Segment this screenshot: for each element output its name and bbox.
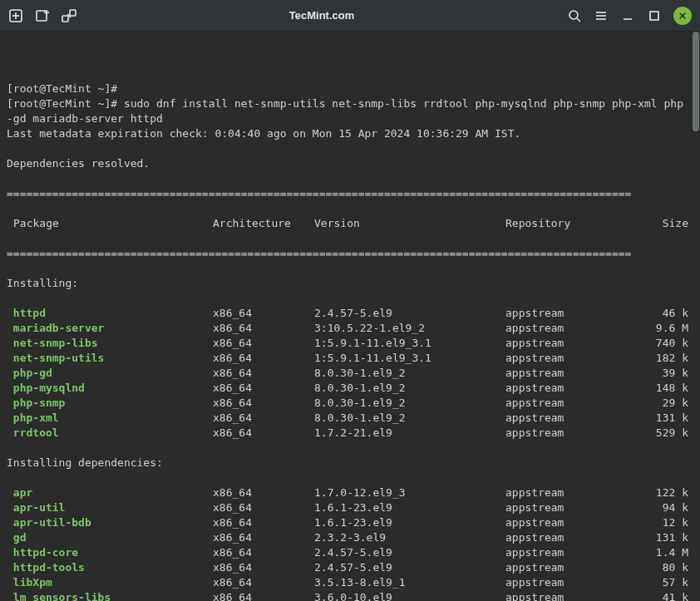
- pkg-arch: x86_64: [213, 575, 314, 590]
- pkg-name: apr-util: [7, 500, 213, 515]
- pkg-size: 94 k: [630, 500, 688, 515]
- package-row: mariadb-serverx86_643:10.5.22-1.el9_2app…: [7, 321, 693, 336]
- window-title: TecMint.com: [76, 9, 567, 22]
- pkg-size: 29 k: [630, 396, 688, 411]
- close-icon[interactable]: [673, 7, 692, 25]
- scrollbar-thumb[interactable]: [693, 32, 699, 131]
- command-line: [root@TecMint ~]# sudo dnf install net-s…: [7, 96, 693, 111]
- pkg-repo: appstream: [505, 366, 630, 381]
- prompt-line: [root@TecMint ~]#: [7, 81, 693, 96]
- pkg-version: 1.7.2-21.el9: [314, 426, 505, 441]
- new-window-icon[interactable]: [35, 8, 50, 23]
- header-repo: Repository: [505, 216, 630, 231]
- new-tab-icon[interactable]: [8, 8, 23, 23]
- pkg-size: 1.4 M: [630, 545, 688, 560]
- section-dependencies: Installing dependencies:: [7, 456, 693, 470]
- pkg-arch: x86_64: [213, 411, 314, 426]
- menu-icon[interactable]: [594, 8, 609, 23]
- pkg-version: 1.7.0-12.el9_3: [314, 485, 505, 500]
- pkg-size: 131 k: [630, 530, 688, 545]
- pkg-repo: appstream: [505, 411, 630, 426]
- pkg-version: 2.4.57-5.el9: [314, 545, 505, 560]
- pkg-size: 740 k: [630, 336, 688, 351]
- split-icon[interactable]: [62, 8, 76, 23]
- pkg-name: apr-util-bdb: [7, 515, 213, 530]
- pkg-name: net-snmp-libs: [7, 336, 213, 351]
- search-icon[interactable]: [567, 8, 582, 23]
- package-row: php-snmpx86_648.0.30-1.el9_2appstream29 …: [7, 396, 693, 411]
- pkg-version: 1:5.9.1-11.el9_3.1: [314, 351, 505, 366]
- package-row: httpd-corex86_642.4.57-5.el9appstream1.4…: [7, 545, 693, 560]
- pkg-size: 46 k: [630, 306, 688, 321]
- pkg-repo: appstream: [505, 545, 630, 560]
- pkg-name: rrdtool: [7, 426, 213, 441]
- pkg-version: 8.0.30-1.el9_2: [314, 381, 505, 396]
- pkg-size: 80 k: [630, 560, 688, 575]
- svg-rect-15: [650, 12, 658, 20]
- pkg-size: 41 k: [630, 590, 688, 601]
- pkg-size: 39 k: [630, 366, 688, 381]
- pkg-arch: x86_64: [213, 396, 314, 411]
- pkg-size: 148 k: [630, 381, 688, 396]
- svg-line-10: [577, 18, 580, 22]
- svg-point-9: [569, 11, 578, 19]
- column-headers: PackageArchitectureVersionRepositorySize: [7, 216, 693, 231]
- pkg-repo: appstream: [505, 306, 630, 321]
- pkg-name: httpd-core: [7, 545, 213, 560]
- pkg-version: 3.5.13-8.el9_1: [314, 575, 505, 590]
- pkg-repo: appstream: [505, 336, 630, 351]
- pkg-size: 57 k: [630, 575, 688, 590]
- pkg-version: 8.0.30-1.el9_2: [314, 411, 505, 426]
- pkg-arch: x86_64: [213, 381, 314, 396]
- package-row: php-mysqlndx86_648.0.30-1.el9_2appstream…: [7, 381, 693, 396]
- package-row: apr-util-bdbx86_641.6.1-23.el9appstream1…: [7, 515, 693, 530]
- pkg-name: httpd: [7, 306, 213, 321]
- pkg-arch: x86_64: [213, 515, 314, 530]
- command-line-wrap: -gd mariadb-server httpd: [7, 111, 693, 126]
- package-row: httpdx86_642.4.57-5.el9appstream46 k: [7, 306, 693, 321]
- scrollbar[interactable]: [692, 32, 700, 601]
- pkg-arch: x86_64: [213, 545, 314, 560]
- pkg-arch: x86_64: [213, 485, 314, 500]
- pkg-name: php-xml: [7, 411, 213, 426]
- package-row: aprx86_641.7.0-12.el9_3appstream122 k: [7, 485, 693, 500]
- pkg-repo: appstream: [505, 351, 630, 366]
- package-row: php-xmlx86_648.0.30-1.el9_2appstream131 …: [7, 411, 693, 426]
- pkg-version: 2.4.57-5.el9: [314, 560, 505, 575]
- pkg-version: 8.0.30-1.el9_2: [314, 366, 505, 381]
- package-row: libXpmx86_643.5.13-8.el9_1appstream57 k: [7, 575, 693, 590]
- package-row: lm_sensors-libsx86_643.6.0-10.el9appstre…: [7, 590, 693, 601]
- pkg-repo: appstream: [505, 575, 630, 590]
- pkg-version: 8.0.30-1.el9_2: [314, 396, 505, 411]
- pkg-arch: x86_64: [213, 306, 314, 321]
- meta-line: Last metadata expiration check: 0:04:40 …: [7, 126, 693, 141]
- pkg-version: 3.6.0-10.el9: [314, 590, 505, 601]
- header-package: Package: [7, 216, 213, 231]
- pkg-arch: x86_64: [213, 426, 314, 441]
- pkg-repo: appstream: [505, 515, 630, 530]
- package-row: net-snmp-libsx86_641:5.9.1-11.el9_3.1app…: [7, 336, 693, 351]
- pkg-repo: appstream: [505, 396, 630, 411]
- package-row: rrdtoolx86_641.7.2-21.el9appstream529 k: [7, 426, 693, 441]
- pkg-size: 9.6 M: [630, 321, 688, 336]
- pkg-version: 2.4.57-5.el9: [314, 306, 505, 321]
- header-size: Size: [630, 216, 688, 231]
- pkg-arch: x86_64: [213, 560, 314, 575]
- pkg-name: lm_sensors-libs: [7, 590, 213, 601]
- pkg-name: php-gd: [7, 366, 213, 381]
- package-row: httpd-toolsx86_642.4.57-5.el9appstream80…: [7, 560, 693, 575]
- deps-resolved-line: Dependencies resolved.: [7, 156, 693, 171]
- pkg-arch: x86_64: [213, 351, 314, 366]
- pkg-name: mariadb-server: [7, 321, 213, 336]
- pkg-arch: x86_64: [213, 366, 314, 381]
- pkg-name: httpd-tools: [7, 560, 213, 575]
- svg-rect-7: [70, 10, 76, 16]
- minimize-icon[interactable]: [620, 8, 635, 23]
- maximize-icon[interactable]: [647, 8, 662, 23]
- pkg-repo: appstream: [505, 381, 630, 396]
- pkg-repo: appstream: [505, 590, 630, 601]
- package-row: apr-utilx86_641.6.1-23.el9appstream94 k: [7, 500, 693, 515]
- header-version: Version: [314, 216, 505, 231]
- package-row: net-snmp-utilsx86_641:5.9.1-11.el9_3.1ap…: [7, 351, 693, 366]
- terminal-output[interactable]: [root@TecMint ~]# [root@TecMint ~]# sudo…: [0, 32, 700, 601]
